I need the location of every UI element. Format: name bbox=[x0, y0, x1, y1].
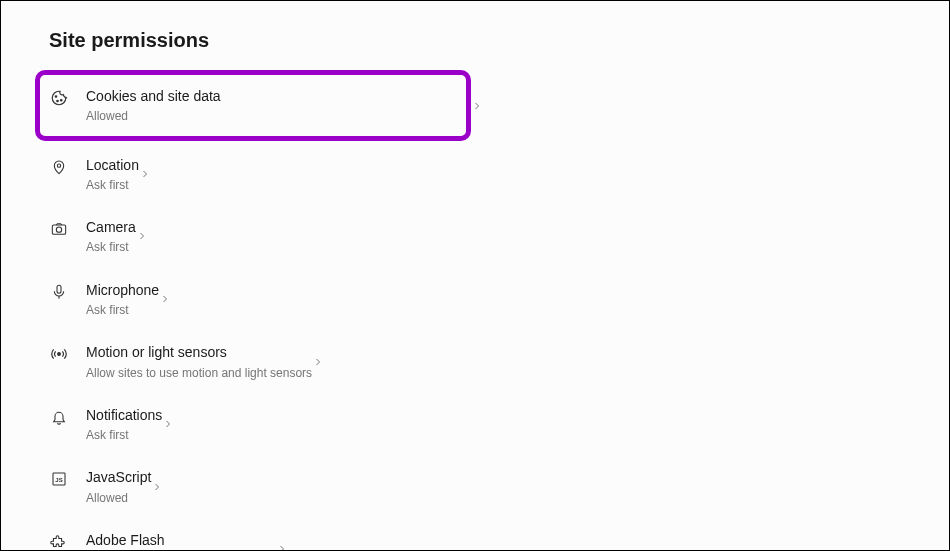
permission-subtitle: Ask first bbox=[86, 428, 162, 442]
permission-title: Microphone bbox=[86, 281, 159, 299]
permission-title: Location bbox=[86, 156, 139, 174]
bell-icon bbox=[49, 407, 69, 427]
puzzle-icon bbox=[49, 532, 69, 551]
chevron-right-icon bbox=[162, 418, 236, 430]
chevron-right-icon bbox=[312, 356, 386, 368]
location-icon bbox=[49, 157, 69, 177]
permission-subtitle: Allow sites to use motion and light sens… bbox=[86, 366, 312, 380]
permission-item-camera[interactable]: Camera Ask first bbox=[49, 205, 136, 268]
svg-text:JS: JS bbox=[55, 478, 62, 484]
permission-title: Motion or light sensors bbox=[86, 343, 312, 361]
permission-item-motion-sensors[interactable]: Motion or light sensors Allow sites to u… bbox=[49, 330, 312, 393]
chevron-right-icon bbox=[151, 481, 225, 493]
chevron-right-icon bbox=[139, 168, 213, 180]
svg-rect-6 bbox=[57, 285, 61, 293]
chevron-right-icon bbox=[136, 230, 210, 242]
permission-item-microphone[interactable]: Microphone Ask first bbox=[49, 268, 159, 331]
permission-item-cookies[interactable]: Cookies and site data Allowed bbox=[35, 70, 471, 141]
page-title: Site permissions bbox=[49, 29, 925, 52]
permission-list: Cookies and site data Allowed Location bbox=[49, 70, 925, 551]
permission-item-notifications[interactable]: Notifications Ask first bbox=[49, 393, 162, 456]
permission-title: Notifications bbox=[86, 406, 162, 424]
permission-subtitle: Ask first bbox=[86, 178, 139, 192]
camera-icon bbox=[49, 219, 69, 239]
svg-point-5 bbox=[56, 227, 61, 232]
svg-point-2 bbox=[61, 100, 63, 102]
permission-title: Adobe Flash bbox=[86, 531, 276, 549]
permission-item-javascript[interactable]: JS JavaScript Allowed bbox=[49, 455, 151, 518]
permission-item-location[interactable]: Location Ask first bbox=[49, 143, 139, 206]
svg-point-1 bbox=[57, 100, 59, 102]
svg-rect-4 bbox=[52, 225, 65, 234]
permission-title: JavaScript bbox=[86, 468, 151, 486]
permission-subtitle: Allowed bbox=[86, 491, 151, 505]
svg-point-8 bbox=[58, 353, 61, 356]
chevron-right-icon bbox=[276, 543, 350, 551]
cookie-icon bbox=[49, 88, 69, 108]
svg-point-3 bbox=[57, 164, 60, 167]
svg-point-0 bbox=[55, 96, 57, 98]
chevron-right-icon bbox=[159, 293, 233, 305]
permission-subtitle: Allowed bbox=[86, 109, 466, 123]
microphone-icon bbox=[49, 282, 69, 302]
permission-title: Camera bbox=[86, 218, 136, 236]
permission-title: Cookies and site data bbox=[86, 87, 466, 105]
sensor-icon bbox=[49, 344, 69, 364]
chevron-right-icon bbox=[471, 100, 545, 112]
permission-subtitle: Ask first bbox=[86, 303, 159, 317]
javascript-icon: JS bbox=[49, 469, 69, 489]
permission-item-flash[interactable]: Adobe Flash Always block Flash (recommen… bbox=[49, 518, 276, 551]
permission-subtitle: Ask first bbox=[86, 240, 136, 254]
